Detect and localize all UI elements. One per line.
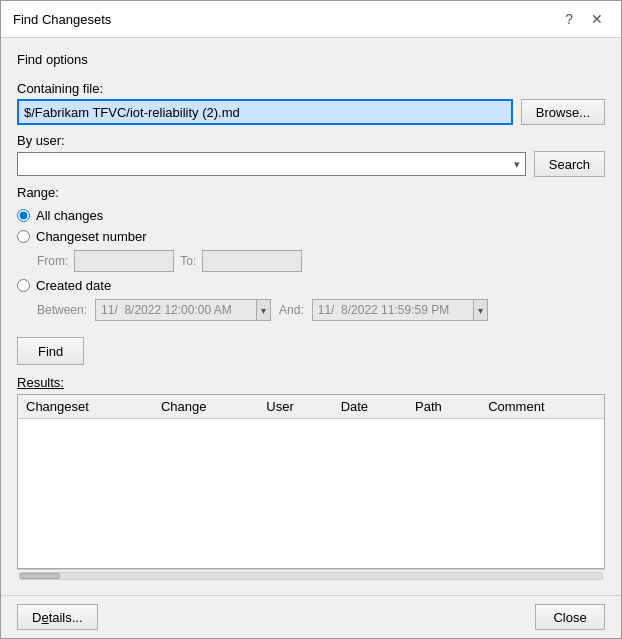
col-date: Date — [333, 395, 407, 419]
find-button[interactable]: Find — [17, 337, 84, 365]
created-date-radio[interactable] — [17, 279, 30, 292]
results-table-container[interactable]: Changeset Change User Date Path Comment — [17, 394, 605, 569]
dialog-body: Find options Containing file: Browse... … — [1, 38, 621, 595]
and-date-wrapper: ▾ — [312, 299, 488, 321]
containing-file-input[interactable] — [17, 99, 513, 125]
table-header-row: Changeset Change User Date Path Comment — [18, 395, 604, 419]
from-label: From: — [37, 254, 68, 268]
horizontal-scrollbar[interactable] — [17, 569, 605, 581]
find-button-row: Find — [17, 337, 605, 365]
containing-file-label: Containing file: — [17, 81, 605, 96]
dialog-footer: Details... Close — [1, 595, 621, 638]
results-section: Results: Changeset Change User Date Path… — [17, 375, 605, 581]
title-bar: Find Changesets ? ✕ — [1, 1, 621, 38]
and-date-input[interactable] — [313, 300, 473, 320]
by-user-select-wrapper — [17, 152, 526, 176]
dialog-title: Find Changesets — [13, 12, 111, 27]
changeset-range-row: From: To: — [37, 250, 605, 272]
created-date-label[interactable]: Created date — [36, 278, 111, 293]
changeset-number-radio[interactable] — [17, 230, 30, 243]
all-changes-radio[interactable] — [17, 209, 30, 222]
all-changes-radio-row: All changes — [17, 208, 605, 223]
to-input[interactable] — [202, 250, 302, 272]
range-label: Range: — [17, 185, 605, 200]
details-button[interactable]: Details... — [17, 604, 98, 630]
find-options-label: Find options — [17, 52, 605, 67]
range-section: Range: All changes Changeset number From… — [17, 185, 605, 321]
col-changeset: Changeset — [18, 395, 153, 419]
date-range-row: Between: ▾ And: ▾ — [37, 299, 605, 321]
and-date-dropdown[interactable]: ▾ — [473, 300, 487, 320]
between-date-wrapper: ▾ — [95, 299, 271, 321]
by-user-field: By user: Search — [17, 133, 605, 177]
containing-file-row: Browse... — [17, 99, 605, 125]
between-date-dropdown[interactable]: ▾ — [256, 300, 270, 320]
close-button[interactable]: Close — [535, 604, 605, 630]
search-button[interactable]: Search — [534, 151, 605, 177]
between-date-input[interactable] — [96, 300, 256, 320]
browse-button[interactable]: Browse... — [521, 99, 605, 125]
col-comment: Comment — [480, 395, 604, 419]
by-user-select[interactable] — [17, 152, 526, 176]
by-user-row: Search — [17, 151, 605, 177]
from-input[interactable] — [74, 250, 174, 272]
created-date-radio-row: Created date — [17, 278, 605, 293]
title-bar-buttons: ? ✕ — [559, 9, 609, 29]
between-label: Between: — [37, 303, 87, 317]
changeset-number-label[interactable]: Changeset number — [36, 229, 147, 244]
results-table: Changeset Change User Date Path Comment — [18, 395, 604, 419]
col-path: Path — [407, 395, 480, 419]
to-label: To: — [180, 254, 196, 268]
scrollbar-track — [19, 572, 603, 580]
col-user: User — [258, 395, 332, 419]
find-options-section: Find options Containing file: Browse... … — [17, 52, 605, 321]
help-button[interactable]: ? — [559, 9, 579, 29]
results-label: Results: — [17, 375, 605, 390]
dialog-close-button[interactable]: ✕ — [585, 9, 609, 29]
by-user-label: By user: — [17, 133, 605, 148]
scrollbar-thumb[interactable] — [20, 573, 60, 579]
changeset-number-radio-row: Changeset number — [17, 229, 605, 244]
containing-file-field: Containing file: Browse... — [17, 81, 605, 125]
find-changesets-dialog: Find Changesets ? ✕ Find options Contain… — [0, 0, 622, 639]
and-label: And: — [279, 303, 304, 317]
col-change: Change — [153, 395, 258, 419]
all-changes-label[interactable]: All changes — [36, 208, 103, 223]
